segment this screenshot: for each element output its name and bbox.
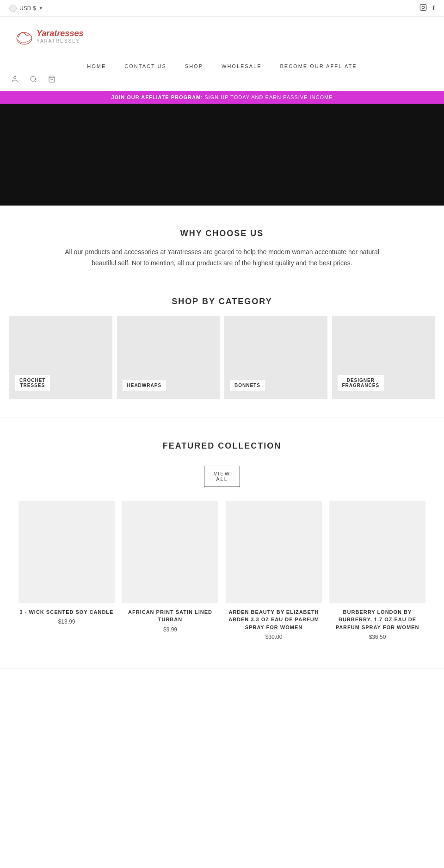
affiliate-banner[interactable]: JOIN OUR AFFLIATE PROGRAM: SIGN UP TODAY… [0,91,444,104]
category-title: SHOP BY CATEGORY [9,297,435,306]
product-price-2: $30.00 [226,634,322,640]
logo-icon [14,26,35,47]
view-all-button[interactable]: VIEWALL [204,466,240,487]
category-label-crochet: CROCHETTRESSES [15,375,50,391]
nav-icons-row [0,69,444,91]
nav-home[interactable]: HOME [87,63,106,69]
category-label-bonnets: BONNETS [230,380,265,391]
product-image-0 [18,501,115,603]
product-image-2 [226,501,322,603]
svg-line-6 [35,81,36,82]
products-grid: 3 - WICK SCENTED SOY CANDLE $13.99 AFRIC… [9,492,435,650]
category-grid: CROCHETTRESSES HEADWRAPS BONNETS DESIGNE… [9,316,435,399]
svg-point-4 [13,76,16,79]
product-price-1: $9.99 [122,626,218,633]
product-price-3: $36.50 [329,634,426,640]
category-label-headwraps: HEADWRAPS [123,380,166,391]
currency-dropdown-icon[interactable]: ▼ [38,6,43,11]
facebook-icon[interactable]: f [432,4,435,12]
page-footer [0,668,444,682]
svg-point-1 [422,6,424,8]
product-name-2: ARDEN BEAUTY BY ELIZABETH ARDEN 3.3 OZ E… [226,608,322,631]
why-choose-us-section: WHY CHOOSE US All our products and acces… [0,206,444,287]
currency-flag-icon [9,5,17,12]
category-card-crochet[interactable]: CROCHETTRESSES [9,316,112,399]
product-name-0: 3 - WICK SCENTED SOY CANDLE [18,608,115,616]
main-nav: HOME CONTACT US SHOP WHOLESALE BECOME OU… [0,56,444,69]
category-label-fragrances: DESIGNERFRAGRANCES [338,375,384,391]
cart-button[interactable] [46,74,57,86]
hero-image [0,104,444,206]
svg-rect-0 [420,4,426,10]
product-card-2[interactable]: ARDEN BEAUTY BY ELIZABETH ARDEN 3.3 OZ E… [226,501,322,641]
logo-main-text: Yaratresses [37,29,83,38]
social-links: f [419,4,435,12]
product-price-0: $13.99 [18,618,115,625]
nav-contact[interactable]: CONTACT US [124,63,166,69]
category-card-fragrances[interactable]: DESIGNERFRAGRANCES [332,316,435,399]
affiliate-bold-text: JOIN OUR AFFLIATE PROGRAM [111,94,201,100]
svg-point-2 [425,6,425,6]
login-button[interactable] [9,74,20,86]
logo-sub-text: YARATRESSES [37,38,83,44]
logo-area: Yaratresses YARATRESSES [0,17,444,56]
nav-shop[interactable]: SHOP [185,63,203,69]
category-card-bonnets[interactable]: BONNETS [224,316,327,399]
why-text: All our products and accessories at Yara… [60,247,384,269]
currency-label[interactable]: USD $ [19,5,36,12]
category-card-headwraps[interactable]: HEADWRAPS [117,316,220,399]
product-card-0[interactable]: 3 - WICK SCENTED SOY CANDLE $13.99 [18,501,115,641]
logo[interactable]: Yaratresses YARATRESSES [14,26,83,47]
top-bar: USD $ ▼ f [0,0,444,17]
featured-section: FEATURED COLLECTION VIEWALL 3 - WICK SCE… [0,418,444,668]
svg-point-5 [31,76,36,81]
currency-section[interactable]: USD $ ▼ [9,5,43,12]
product-image-1 [122,501,218,603]
instagram-icon[interactable] [419,4,427,12]
product-card-3[interactable]: BURBERRY LONDON BY BURBERRY, 1.7 OZ EAU … [329,501,426,641]
nav-affliate[interactable]: BECOME OUR AFFLIATE [280,63,357,69]
category-section: SHOP BY CATEGORY CROCHETTRESSES HEADWRAP… [0,287,444,418]
product-name-3: BURBERRY LONDON BY BURBERRY, 1.7 OZ EAU … [329,608,426,631]
featured-title: FEATURED COLLECTION [9,441,435,451]
product-image-3 [329,501,426,603]
product-name-1: AFRICAN PRINT SATIN LINED TURBAN [122,608,218,624]
why-title: WHY CHOOSE US [46,229,398,238]
product-card-1[interactable]: AFRICAN PRINT SATIN LINED TURBAN $9.99 [122,501,218,641]
search-button[interactable] [28,74,39,86]
logo-text: Yaratresses YARATRESSES [37,29,83,44]
nav-wholesale[interactable]: WHOLESALE [222,63,261,69]
affiliate-rest-text: : SIGN UP TODAY AND EARN PASSIVE INCOME [201,94,333,100]
